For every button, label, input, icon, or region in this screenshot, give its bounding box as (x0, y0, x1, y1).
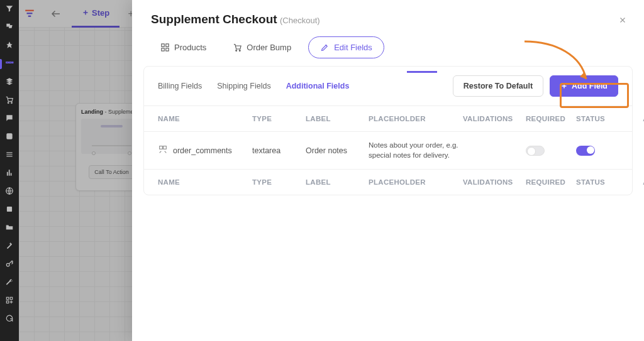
fields-panel: Billing Fields Shipping Fields Additiona… (143, 66, 633, 195)
globe-icon[interactable] (4, 186, 14, 196)
wand-icon[interactable] (4, 241, 14, 251)
pin-icon[interactable] (4, 40, 14, 50)
chat-icon[interactable] (4, 113, 14, 123)
app-left-rail (0, 0, 19, 341)
cart-icon[interactable] (4, 95, 14, 105)
badge-icon[interactable] (4, 131, 14, 141)
field-name: order_comments (173, 146, 232, 155)
refresh-icon[interactable] (4, 313, 14, 323)
svg-rect-10 (10, 297, 13, 300)
modal-title: Supplement Checkout (151, 13, 277, 26)
svg-rect-0 (6, 62, 9, 63)
svg-rect-12 (162, 44, 164, 46)
restore-default-button[interactable]: Restore To Default (453, 75, 543, 97)
chart-icon[interactable] (4, 168, 14, 178)
svg-point-8 (6, 263, 9, 266)
svg-rect-13 (166, 44, 169, 46)
close-icon[interactable] (616, 14, 629, 26)
wrench-icon[interactable] (4, 277, 14, 287)
status-toggle[interactable] (576, 146, 595, 156)
svg-rect-14 (162, 48, 164, 51)
tab-edit-fields[interactable]: Edit Fields (308, 36, 384, 58)
svg-rect-15 (166, 48, 169, 51)
table-row: order_comments textarea Order notes Note… (144, 132, 632, 170)
svg-point-16 (236, 50, 237, 51)
subtab-additional[interactable]: Additional Fields (286, 82, 350, 90)
svg-rect-1 (9, 62, 11, 63)
funnel-icon[interactable] (4, 4, 14, 14)
svg-rect-9 (6, 297, 9, 300)
svg-rect-18 (160, 146, 163, 149)
svg-rect-11 (6, 301, 9, 303)
subtab-shipping[interactable]: Shipping Fields (217, 82, 270, 90)
list-icon[interactable] (4, 149, 14, 160)
steps-icon[interactable] (4, 58, 14, 68)
subtab-billing[interactable]: Billing Fields (158, 82, 202, 90)
field-type: textarea (252, 146, 306, 155)
svg-point-17 (240, 50, 241, 51)
modal-backdrop (19, 0, 132, 341)
svg-point-3 (8, 102, 9, 104)
tab-products[interactable]: Products (151, 36, 216, 58)
grid-add-icon[interactable] (4, 295, 14, 305)
svg-point-4 (11, 102, 13, 104)
folder-icon[interactable] (4, 222, 14, 232)
edit-block-icon[interactable] (4, 204, 14, 214)
modal-subtitle: (Checkout) (280, 16, 320, 25)
svg-rect-5 (6, 133, 12, 139)
layers-icon[interactable] (4, 77, 14, 87)
flag-icon[interactable] (4, 22, 14, 32)
key-icon[interactable] (4, 259, 14, 269)
drag-handle-icon[interactable] (158, 144, 168, 156)
svg-rect-19 (164, 146, 167, 149)
tab-order-bump[interactable]: Order Bump (223, 36, 301, 58)
field-label: Order notes (306, 146, 369, 155)
svg-rect-7 (7, 207, 12, 212)
required-toggle[interactable] (526, 146, 545, 156)
field-placeholder: Notes about your order, e.g. special not… (369, 141, 463, 160)
fields-table-header: NAME TYPE LABEL PLACEHOLDER VALIDATIONS … (144, 106, 632, 132)
modal-tabs: Products Order Bump Edit Fields (132, 36, 644, 66)
fields-table-footer: NAME TYPE LABEL PLACEHOLDER VALIDATIONS … (144, 170, 632, 195)
add-field-button[interactable]: Add Field (550, 75, 618, 97)
svg-rect-2 (12, 62, 13, 63)
edit-fields-modal: Supplement Checkout (Checkout) Products … (132, 0, 644, 341)
